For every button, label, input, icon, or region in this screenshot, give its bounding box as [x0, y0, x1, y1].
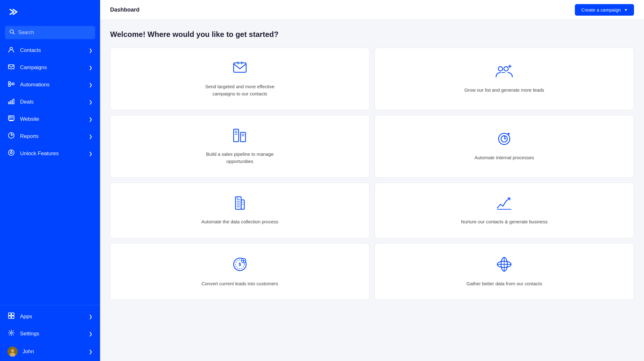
sidebar-item-contacts[interactable]: Contacts ❯	[0, 42, 100, 59]
automate-icon	[496, 131, 512, 149]
website-label: Website	[20, 116, 84, 122]
deals-label: Deals	[20, 99, 84, 105]
campaigns-label: Campaigns	[20, 64, 84, 71]
main-area: Dashboard Create a campaign ▼ Welcome! W…	[100, 0, 644, 361]
apps-label: Apps	[20, 313, 84, 320]
sidebar-item-automations[interactable]: Automations ❯	[0, 76, 100, 93]
automations-label: Automations	[20, 82, 84, 88]
campaigns-icon	[8, 63, 15, 72]
gather-icon	[496, 256, 512, 275]
settings-icon	[8, 329, 15, 338]
sidebar: Contacts ❯ Campaigns ❯ Automations ❯	[0, 0, 100, 361]
convert-icon: $	[232, 256, 248, 275]
website-chevron: ❯	[89, 117, 93, 122]
svg-text:$: $	[239, 262, 241, 267]
apps-chevron: ❯	[89, 314, 93, 319]
sidebar-item-apps[interactable]: Apps ❯	[0, 308, 100, 325]
apps-icon	[8, 312, 15, 321]
svg-rect-25	[12, 316, 14, 318]
settings-label: Settings	[20, 331, 84, 337]
page-title: Dashboard	[110, 7, 139, 13]
card-nurture[interactable]: Nurture our contacts & generate business	[375, 183, 634, 238]
nurture-icon	[496, 196, 512, 213]
svg-rect-13	[9, 117, 11, 118]
svg-point-26	[10, 332, 12, 334]
unlock-chevron: ❯	[89, 151, 93, 156]
nurture-card-text: Nurture our contacts & generate business	[461, 218, 548, 226]
create-btn-chevron-icon: ▼	[624, 8, 628, 12]
automate-card-text: Automate internal processes	[474, 154, 534, 161]
header: Dashboard Create a campaign ▼	[100, 0, 644, 20]
leads-card-text: Grow our list and generate more leads	[464, 87, 544, 94]
campaigns-card-text: Send targeted and more effective campaig…	[196, 83, 284, 97]
cards-grid: Send targeted and more effective campaig…	[110, 48, 634, 300]
svg-rect-6	[12, 83, 14, 85]
search-box[interactable]	[5, 26, 95, 39]
card-gather[interactable]: Gather better data from our contacts	[375, 243, 634, 300]
search-icon	[9, 29, 15, 36]
card-leads[interactable]: Grow our list and generate more leads	[375, 48, 634, 110]
convert-card-text: Convert current leads into customers	[201, 280, 278, 287]
nav-divider-1	[0, 305, 100, 305]
card-pipeline[interactable]: Build a sales pipeline to manage opportu…	[110, 115, 370, 178]
sidebar-item-deals[interactable]: Deals ❯	[0, 93, 100, 110]
sidebar-item-unlock[interactable]: Unlock Features ❯	[0, 145, 100, 162]
svg-point-34	[504, 67, 508, 71]
sidebar-item-settings[interactable]: Settings ❯	[0, 325, 100, 342]
svg-rect-24	[8, 316, 11, 318]
svg-rect-30	[234, 63, 246, 72]
svg-rect-52	[241, 200, 244, 209]
settings-chevron: ❯	[89, 331, 93, 336]
card-campaigns[interactable]: Send targeted and more effective campaig…	[110, 48, 370, 110]
svg-rect-9	[8, 102, 10, 104]
automations-chevron: ❯	[89, 82, 93, 87]
leads-icon	[495, 64, 513, 81]
unlock-icon	[8, 149, 15, 158]
gather-card-text: Gather better data from our contacts	[466, 280, 542, 287]
svg-rect-3	[8, 65, 14, 69]
email-campaigns-icon	[232, 60, 248, 78]
search-input[interactable]	[18, 30, 91, 35]
svg-rect-11	[13, 99, 14, 104]
svg-point-28	[11, 349, 14, 352]
sidebar-item-campaigns[interactable]: Campaigns ❯	[0, 59, 100, 76]
create-btn-label: Create a campaign	[581, 7, 621, 13]
svg-point-2	[10, 47, 13, 50]
card-convert[interactable]: $ Convert current leads into customers	[110, 243, 370, 300]
logo-icon	[8, 6, 19, 20]
dashboard-content: Welcome! Where would you like to get sta…	[100, 20, 644, 361]
website-icon	[8, 115, 15, 123]
svg-point-33	[498, 67, 503, 71]
svg-rect-42	[241, 132, 246, 142]
john-label: John	[23, 348, 84, 355]
campaigns-chevron: ❯	[89, 65, 93, 70]
data-card-text: Automate the data collection process	[201, 218, 278, 226]
sidebar-logo[interactable]	[0, 0, 100, 26]
pipeline-card-text: Build a sales pipeline to manage opportu…	[196, 151, 284, 165]
svg-rect-22	[8, 313, 11, 315]
card-automate[interactable]: Automate internal processes	[375, 115, 634, 178]
data-icon	[232, 196, 248, 213]
sidebar-bottom: Apps ❯ Settings ❯ John ❯	[0, 303, 100, 361]
svg-line-1	[13, 33, 15, 34]
reports-label: Reports	[20, 133, 84, 140]
unlock-label: Unlock Features	[20, 150, 84, 157]
john-chevron: ❯	[89, 349, 93, 354]
welcome-title: Welcome! Where would you like to get sta…	[110, 30, 634, 39]
card-data[interactable]: Automate the data collection process	[110, 183, 370, 238]
user-avatar	[8, 347, 18, 357]
svg-rect-5	[8, 84, 10, 86]
contacts-icon	[8, 46, 15, 54]
reports-icon	[8, 132, 15, 140]
sidebar-item-reports[interactable]: Reports ❯	[0, 128, 100, 145]
sidebar-item-website[interactable]: Website ❯	[0, 110, 100, 128]
svg-rect-23	[12, 313, 14, 315]
pipeline-icon	[232, 128, 248, 145]
deals-icon	[8, 98, 15, 106]
reports-chevron: ❯	[89, 134, 93, 139]
sidebar-item-john[interactable]: John ❯	[0, 342, 100, 361]
svg-rect-4	[8, 82, 10, 84]
deals-chevron: ❯	[89, 99, 93, 104]
contacts-label: Contacts	[20, 47, 84, 53]
create-campaign-button[interactable]: Create a campaign ▼	[575, 4, 634, 16]
